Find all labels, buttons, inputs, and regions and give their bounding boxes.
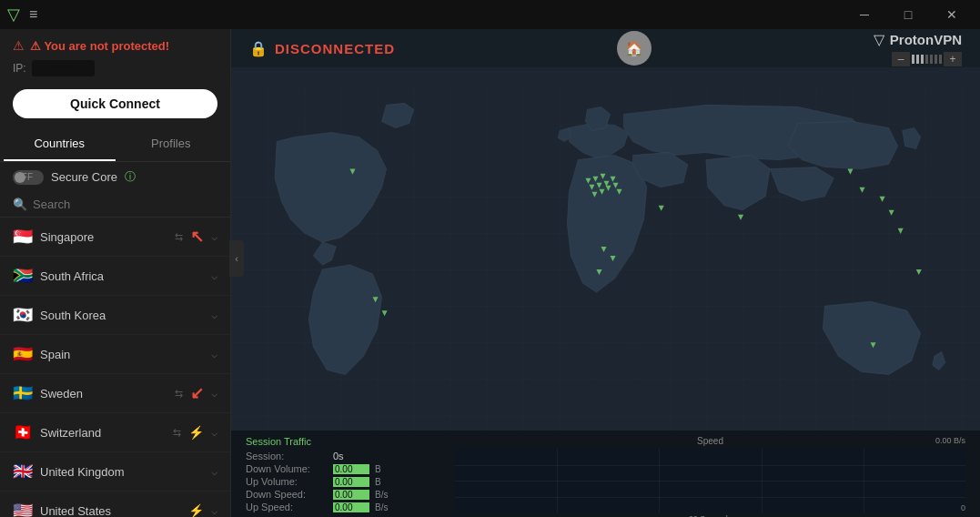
world-map — [231, 67, 980, 462]
up-speed-label: Up Speed: — [246, 502, 328, 512]
main-layout: ⚠ ⚠ You are not protected! IP: •••••••• … — [0, 29, 980, 517]
secure-core-toggle[interactable]: OFF — [13, 170, 44, 185]
torrent-icon: ⚡ — [188, 425, 204, 440]
sidebar-collapse-button[interactable]: ‹ — [229, 240, 244, 277]
country-name: United Kingdom — [40, 465, 204, 479]
flag-icon: 🇨🇭 — [13, 422, 33, 442]
ip-row: IP: •••••••• — [0, 58, 230, 84]
torrent-icon: ⚡ — [188, 503, 204, 517]
brand-icon: ▽ — [874, 31, 884, 48]
brand-name: ProtonVPN — [890, 32, 962, 47]
country-name: South Korea — [40, 309, 204, 322]
disconnected-label: DISCONNECTED — [275, 41, 395, 56]
zoom-tick — [921, 55, 924, 64]
warning-banner: ⚠ ⚠ You are not protected! — [0, 29, 230, 58]
stats-bar: Session Traffic Session: 0s Down Volume:… — [231, 431, 980, 517]
chevron-down-icon[interactable]: ⌵ — [211, 504, 217, 517]
country-name: Switzerland — [40, 426, 166, 440]
chevron-down-icon[interactable]: ⌵ — [211, 387, 217, 400]
home-button[interactable]: 🏠 — [617, 31, 652, 66]
country-name: South Africa — [40, 269, 204, 283]
up-volume-unit: B — [375, 477, 381, 487]
list-item[interactable]: 🇸🇬 Singapore ⇆ ↖ ⌵ — [0, 218, 230, 257]
maximize-button[interactable]: □ — [887, 0, 929, 29]
flag-icon: 🇸🇬 — [13, 227, 33, 247]
session-label: Session: — [246, 451, 328, 461]
zoom-out-button[interactable]: – — [892, 52, 910, 66]
down-volume-row: Down Volume: 0.00 B — [246, 463, 428, 474]
list-item[interactable]: 🇺🇸 United States ⚡ ⌵ — [0, 492, 230, 517]
close-button[interactable]: ✕ — [931, 0, 973, 29]
server-icon: ⇆ — [175, 231, 183, 243]
warning-text: ⚠ You are not protected! — [30, 39, 169, 53]
minimize-button[interactable]: ─ — [844, 0, 885, 29]
flag-icon: 🇸🇪 — [13, 383, 33, 403]
zoom-tick — [916, 55, 919, 64]
proton-logo-icon: ▽ — [7, 5, 20, 25]
brand-area: ▽ ProtonVPN – — [874, 31, 962, 66]
tab-countries[interactable]: Countries — [4, 127, 116, 161]
zoom-tick — [930, 55, 933, 64]
down-speed-bar: 0.00 — [333, 490, 369, 500]
zoom-controls: – + — [892, 52, 962, 66]
session-value: 0s — [333, 451, 360, 461]
search-box: 🔍 — [0, 192, 230, 218]
chevron-down-icon[interactable]: ⌵ — [211, 348, 217, 360]
chevron-down-icon[interactable]: ⌵ — [211, 465, 217, 478]
ip-label: IP: — [13, 62, 26, 75]
quick-connect-button[interactable]: Quick Connect — [13, 89, 217, 118]
up-speed-unit: B/s — [375, 502, 388, 512]
annotation-arrow: ↙ — [190, 383, 204, 403]
up-volume-label: Up Volume: — [246, 476, 328, 487]
country-name: Spain — [40, 348, 204, 361]
zoom-tick — [912, 55, 914, 64]
titlebar: ▽ ≡ ─ □ ✕ — [0, 0, 980, 29]
list-item[interactable]: 🇪🇸 Spain ⌵ — [0, 335, 230, 374]
annotation-arrow: ↖ — [190, 227, 204, 247]
up-volume-row: Up Volume: 0.00 B — [246, 476, 428, 487]
list-item[interactable]: 🇬🇧 United Kingdom ⌵ — [0, 452, 230, 492]
speed-chart-label: Speed — [697, 436, 723, 446]
list-item[interactable]: 🇿🇦 South Africa ⌵ — [0, 257, 230, 296]
country-name: United States — [40, 504, 181, 518]
list-item[interactable]: 🇰🇷 South Korea ⌵ — [0, 296, 230, 335]
zoom-tick — [935, 55, 937, 64]
speed-chart-area: 0 — [455, 449, 965, 512]
flag-icon: 🇿🇦 — [13, 266, 33, 286]
secure-core-row: OFF Secure Core ⓘ — [0, 162, 230, 192]
search-icon: 🔍 — [13, 198, 27, 211]
session-traffic: Session Traffic Session: 0s Down Volume:… — [246, 436, 428, 514]
tab-profiles[interactable]: Profiles — [116, 127, 227, 161]
flag-icon: 🇺🇸 — [13, 501, 33, 517]
session-row: Session: 0s — [246, 451, 428, 461]
disconnect-status: 🔒 DISCONNECTED — [249, 40, 395, 57]
down-speed-row: Down Speed: 0.00 B/s — [246, 489, 428, 500]
lock-icon: 🔒 — [249, 40, 268, 57]
chevron-down-icon[interactable]: ⌵ — [211, 230, 217, 243]
sidebar: ⚠ ⚠ You are not protected! IP: •••••••• … — [0, 29, 231, 517]
toggle-knob — [15, 172, 25, 183]
zoom-tick — [925, 55, 928, 64]
zoom-in-button[interactable]: + — [944, 52, 962, 66]
session-traffic-title: Session Traffic — [246, 436, 428, 447]
warning-icon: ⚠ — [13, 38, 25, 53]
chevron-down-icon[interactable]: ⌵ — [211, 426, 217, 439]
zoom-bar — [912, 55, 942, 64]
flag-icon: 🇪🇸 — [13, 344, 33, 364]
search-input[interactable] — [33, 198, 217, 211]
secure-core-info-icon[interactable]: ⓘ — [125, 169, 136, 185]
chevron-down-icon[interactable]: ⌵ — [211, 309, 217, 321]
down-speed-label: Down Speed: — [246, 489, 328, 500]
menu-icon[interactable]: ≡ — [29, 6, 37, 23]
world-map-svg — [231, 67, 980, 462]
speed-chart: Speed 0.00 B/s 0 60 Seconds — [455, 436, 965, 517]
chevron-down-icon[interactable]: ⌵ — [211, 269, 217, 282]
server-icon: ⇆ — [173, 427, 181, 439]
list-item[interactable]: 🇸🇪 Sweden ⇆ ↙ ⌵ — [0, 374, 230, 413]
down-volume-unit: B — [375, 464, 381, 474]
list-item[interactable]: 🇨🇭 Switzerland ⇆ ⚡ ⌵ — [0, 413, 230, 452]
titlebar-left: ▽ ≡ — [7, 5, 37, 25]
server-icon: ⇆ — [175, 388, 183, 400]
down-volume-label: Down Volume: — [246, 463, 328, 474]
up-volume-bar: 0.00 — [333, 477, 369, 487]
